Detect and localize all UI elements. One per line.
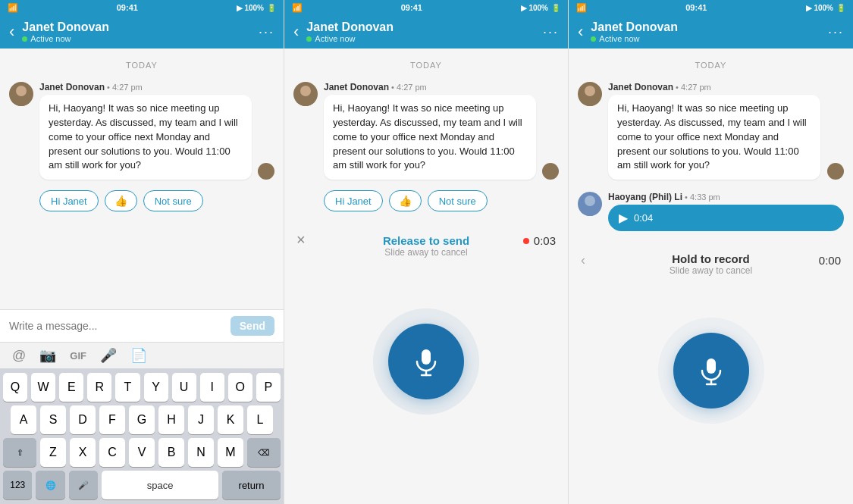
key-mic-kbd[interactable]: 🎤	[69, 471, 98, 499]
key-l[interactable]: L	[247, 405, 273, 434]
mic-button-hold[interactable]	[673, 333, 749, 409]
hold-record-area: ‹ Hold to record Slide away to cancel 0:…	[569, 237, 853, 504]
keyboard-row-1: Q W E R T Y U I O P	[3, 373, 281, 402]
voice-bubble-3b: ▶ 0:04	[608, 205, 844, 231]
quick-reply-not-sure[interactable]: Not sure	[143, 190, 203, 211]
hold-timer: 0:00	[819, 254, 841, 267]
message-time-1: •	[107, 83, 112, 92]
message-content-2: Janet Donovan • 4:27 pm Hi, Haoyang! It …	[324, 82, 536, 180]
time-3a: 4:27 pm	[681, 83, 711, 92]
svg-rect-11	[707, 358, 716, 374]
mic-icon[interactable]: 🎤	[100, 347, 117, 364]
key-f[interactable]: F	[99, 405, 125, 434]
hold-record-label: Hold to record Slide away to cancel	[670, 252, 752, 276]
key-v[interactable]: V	[129, 438, 155, 467]
read-receipt-2	[542, 163, 559, 180]
key-shift[interactable]: ⇧	[3, 438, 36, 467]
key-w[interactable]: W	[31, 373, 55, 402]
key-s[interactable]: S	[40, 405, 66, 434]
hold-subtitle: Slide away to cancel	[670, 265, 752, 276]
recording-subtitle: Slide away to cancel	[383, 247, 469, 258]
svg-point-3	[296, 97, 315, 106]
battery-3: 🔋	[836, 4, 845, 12]
back-button-3[interactable]: ‹	[578, 23, 583, 40]
recording-timer: 0:03	[523, 234, 556, 247]
keyboard-1: Q W E R T Y U I O P A S D F G H J K L ⇧ …	[0, 368, 284, 504]
send-button-1[interactable]: Send	[230, 316, 274, 336]
read-receipt-3	[827, 163, 844, 180]
key-j[interactable]: J	[188, 405, 214, 434]
recording-cancel-btn[interactable]: ×	[296, 231, 306, 249]
key-m[interactable]: M	[218, 438, 243, 467]
battery-2: 🔋	[551, 4, 560, 12]
more-button-1[interactable]: ···	[259, 24, 274, 40]
key-g[interactable]: G	[129, 405, 155, 434]
quick-replies-1: Hi Janet 👍 Not sure	[0, 186, 284, 219]
more-button-2[interactable]: ···	[543, 24, 559, 40]
at-icon[interactable]: @	[12, 348, 26, 364]
key-d[interactable]: D	[70, 405, 96, 434]
key-delete[interactable]: ⌫	[247, 438, 281, 467]
back-button-1[interactable]: ‹	[9, 23, 14, 40]
key-r[interactable]: R	[87, 373, 111, 402]
mic-button-recording[interactable]	[388, 324, 464, 399]
key-t[interactable]: T	[115, 373, 140, 402]
key-space[interactable]: space	[102, 471, 218, 499]
quick-reply-hi-janet-2[interactable]: Hi Janet	[324, 190, 383, 211]
quick-reply-thumbsup-2[interactable]: 👍	[389, 190, 422, 211]
hold-mic-ripple	[658, 318, 764, 424]
contact-name-1: Janet Donovan	[22, 20, 251, 34]
key-h[interactable]: H	[158, 405, 184, 434]
message-input-area-1: Send	[0, 309, 284, 342]
hold-cancel-btn[interactable]: ‹	[581, 252, 585, 268]
key-n[interactable]: N	[188, 438, 214, 467]
chat-body-2: TODAY Janet Donovan • 4:27 pm Hi, Haoyan…	[284, 49, 568, 219]
key-return[interactable]: return	[222, 471, 281, 499]
more-button-3[interactable]: ···	[828, 24, 844, 40]
contact-name-3: Janet Donovan	[591, 20, 820, 34]
quick-reply-thumbsup[interactable]: 👍	[105, 190, 137, 211]
key-c[interactable]: C	[99, 438, 125, 467]
quick-reply-hi-janet[interactable]: Hi Janet	[39, 190, 99, 211]
hold-title: Hold to record	[670, 252, 752, 265]
sender-name-3b: Haoyang (Phil) Li	[608, 192, 682, 202]
play-icon[interactable]: ▶	[619, 211, 628, 225]
message-meta-2: Janet Donovan • 4:27 pm	[324, 82, 536, 92]
quick-reply-not-sure-2[interactable]: Not sure	[428, 190, 488, 211]
key-b[interactable]: B	[158, 438, 184, 467]
file-icon[interactable]: 📄	[130, 347, 147, 364]
camera-icon[interactable]: 📷	[39, 347, 56, 364]
message-content-1: Janet Donovan • 4:27 pm Hi, Haoyang! It …	[39, 82, 252, 180]
key-x[interactable]: X	[70, 438, 96, 467]
chat-header-2: ‹ Janet Donovan Active now ···	[284, 15, 568, 49]
svg-point-2	[300, 86, 311, 96]
key-k[interactable]: K	[218, 405, 243, 434]
keyboard-row-4: 123 🌐 🎤 space return	[3, 471, 281, 499]
key-p[interactable]: P	[256, 373, 281, 402]
key-i[interactable]: I	[200, 373, 224, 402]
wifi-icon-2: 📶	[292, 3, 303, 13]
panel-1: 📶 09:41 ▶ 100% 🔋 ‹ Janet Donovan Active …	[0, 0, 284, 504]
sender-name-2: Janet Donovan	[324, 82, 389, 92]
panel-2: 📶 09:41 ▶ 100% 🔋 ‹ Janet Donovan Active …	[284, 0, 569, 504]
sender-name-1: Janet Donovan	[39, 82, 105, 92]
key-u[interactable]: U	[172, 373, 196, 402]
contact-status-3: Active now	[591, 34, 820, 43]
key-y[interactable]: Y	[144, 373, 168, 402]
signal-icon-1: ▶ 100%	[237, 4, 264, 12]
svg-point-9	[585, 196, 595, 206]
svg-point-8	[581, 97, 599, 106]
key-z[interactable]: Z	[40, 438, 66, 467]
key-e[interactable]: E	[59, 373, 83, 402]
back-button-2[interactable]: ‹	[293, 23, 299, 40]
key-123[interactable]: 123	[3, 471, 32, 499]
message-meta-3a: Janet Donovan • 4:27 pm	[608, 82, 821, 92]
message-input-1[interactable]	[9, 320, 223, 332]
time-2: 09:41	[401, 3, 422, 12]
key-o[interactable]: O	[228, 373, 252, 402]
key-q[interactable]: Q	[3, 373, 27, 402]
key-globe[interactable]: 🌐	[36, 471, 64, 499]
gif-icon[interactable]: GIF	[70, 350, 86, 362]
key-a[interactable]: A	[11, 405, 36, 434]
status-right-2: ▶ 100% 🔋	[521, 4, 560, 12]
